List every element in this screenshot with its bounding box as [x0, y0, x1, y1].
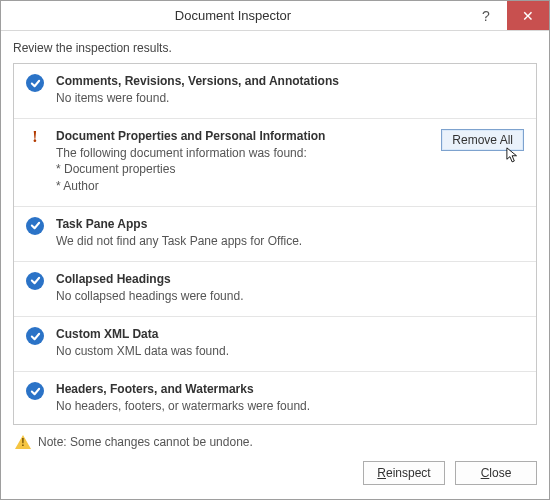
footer-note-text: Note: Some changes cannot be undone.	[38, 435, 253, 449]
remove-all-button[interactable]: Remove All	[441, 129, 524, 151]
titlebar: Document Inspector ? ✕	[1, 1, 549, 31]
warning-triangle-icon: !	[15, 435, 31, 449]
section-title: Headers, Footers, and Watermarks	[56, 382, 524, 396]
status-icon-col	[26, 74, 46, 106]
section-text: Task Pane Apps We did not find any Task …	[56, 217, 524, 249]
status-icon-col	[26, 382, 46, 414]
status-icon-col: !	[26, 129, 46, 194]
help-button[interactable]: ?	[465, 1, 507, 30]
status-icon-col	[26, 272, 46, 304]
close-icon: ✕	[522, 8, 534, 24]
section-body: No collapsed headings were found.	[56, 288, 524, 304]
result-section: Headers, Footers, and Watermarks No head…	[14, 372, 536, 425]
section-text: Document Properties and Personal Informa…	[56, 129, 431, 194]
result-section: Custom XML Data No custom XML data was f…	[14, 317, 536, 372]
window-close-button[interactable]: ✕	[507, 1, 549, 30]
section-title: Custom XML Data	[56, 327, 524, 341]
reinspect-label: einspect	[386, 466, 431, 480]
section-body: We did not find any Task Pane apps for O…	[56, 233, 524, 249]
status-icon-col	[26, 217, 46, 249]
section-body: No items were found.	[56, 90, 524, 106]
result-section: ! Document Properties and Personal Infor…	[14, 119, 536, 207]
section-action: Remove All	[441, 129, 524, 194]
result-section: Collapsed Headings No collapsed headings…	[14, 262, 536, 317]
section-text: Comments, Revisions, Versions, and Annot…	[56, 74, 524, 106]
close-button[interactable]: Close	[455, 461, 537, 485]
result-section: Comments, Revisions, Versions, and Annot…	[14, 64, 536, 119]
dialog-window: Document Inspector ? ✕ Review the inspec…	[0, 0, 550, 500]
close-label: lose	[489, 466, 511, 480]
help-icon: ?	[482, 8, 490, 24]
section-text: Collapsed Headings No collapsed headings…	[56, 272, 524, 304]
checkmark-icon	[26, 74, 44, 92]
checkmark-icon	[26, 327, 44, 345]
intro-text: Review the inspection results.	[13, 41, 537, 55]
checkmark-icon	[26, 217, 44, 235]
section-text: Headers, Footers, and Watermarks No head…	[56, 382, 524, 414]
checkmark-icon	[26, 382, 44, 400]
checkmark-icon	[26, 272, 44, 290]
section-title: Document Properties and Personal Informa…	[56, 129, 431, 143]
section-text: Custom XML Data No custom XML data was f…	[56, 327, 524, 359]
window-title: Document Inspector	[1, 1, 465, 30]
result-section: Task Pane Apps We did not find any Task …	[14, 207, 536, 262]
status-icon-col	[26, 327, 46, 359]
dialog-buttons: Reinspect Close	[1, 461, 549, 499]
section-title: Comments, Revisions, Versions, and Annot…	[56, 74, 524, 88]
section-body: No headers, footers, or watermarks were …	[56, 398, 524, 414]
reinspect-button[interactable]: Reinspect	[363, 461, 445, 485]
section-body: The following document information was f…	[56, 145, 431, 194]
section-body: No custom XML data was found.	[56, 343, 524, 359]
results-scroll-area[interactable]: Comments, Revisions, Versions, and Annot…	[13, 63, 537, 425]
section-title: Task Pane Apps	[56, 217, 524, 231]
warning-icon: !	[26, 129, 44, 145]
section-title: Collapsed Headings	[56, 272, 524, 286]
dialog-body: Review the inspection results. Comments,…	[1, 31, 549, 461]
footer-note: ! Note: Some changes cannot be undone.	[13, 425, 537, 461]
